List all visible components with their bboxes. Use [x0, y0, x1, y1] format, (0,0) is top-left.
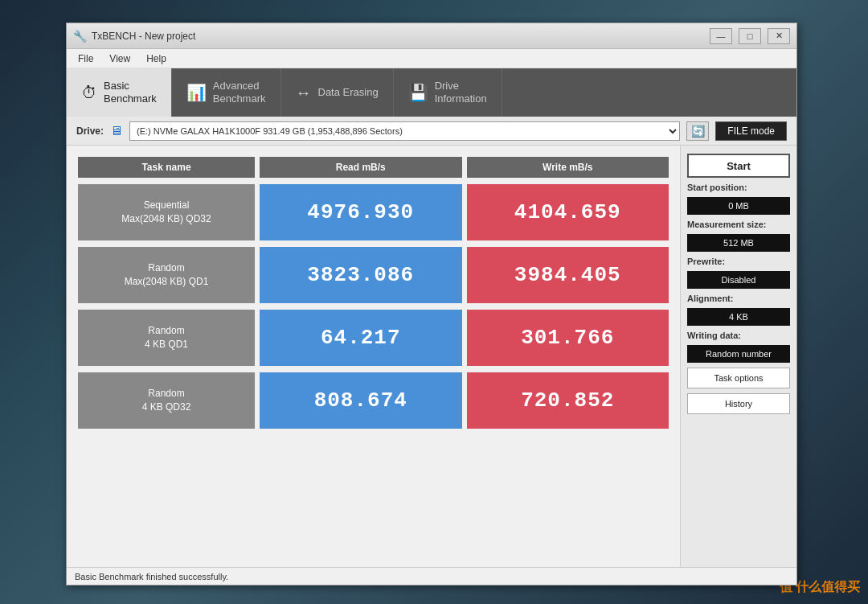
tab-basic-label: BasicBenchmark	[104, 80, 157, 105]
tab-erasing-icon: ↔	[296, 84, 312, 102]
measurement-size-label: Measurement size:	[687, 220, 790, 229]
menu-help[interactable]: Help	[138, 51, 174, 66]
app-icon: 🔧	[73, 30, 87, 43]
write-value-2: 301.766	[467, 310, 669, 366]
drive-refresh-button[interactable]: 🔄	[686, 121, 709, 141]
prewrite-label: Prewrite:	[687, 257, 790, 266]
results-area: Task name Read mB/s Write mB/s Sequentia…	[67, 146, 680, 567]
task-name-2: Random4 KB QD1	[78, 310, 255, 366]
tab-advanced-benchmark[interactable]: 📊 AdvancedBenchmark	[172, 68, 281, 117]
col-task-name: Task name	[78, 157, 255, 178]
menu-file[interactable]: File	[70, 51, 101, 66]
drive-label: Drive:	[76, 125, 104, 137]
tab-erasing-label: Data Erasing	[318, 86, 379, 99]
tab-drive-icon: 💾	[408, 83, 428, 102]
drive-icon: 🖥	[110, 124, 123, 138]
menu-view[interactable]: View	[101, 51, 138, 66]
result-row-1: RandomMax(2048 KB) QD1 3823.086 3984.405	[78, 247, 669, 303]
start-button[interactable]: Start	[687, 154, 790, 178]
maximize-button[interactable]: □	[739, 28, 761, 44]
writing-data-value: Random number	[687, 345, 790, 363]
result-row-3: Random4 KB QD32 808.674 720.852	[78, 372, 669, 429]
col-write: Write mB/s	[467, 157, 669, 178]
task-name-1: RandomMax(2048 KB) QD1	[78, 247, 255, 303]
start-position-value: 0 MB	[687, 197, 790, 215]
drive-select[interactable]: (E:) NVMe GALAX HA1K1000F 931.49 GB (1,9…	[129, 121, 680, 141]
write-value-1: 3984.405	[467, 247, 669, 303]
read-value-2: 64.217	[260, 310, 462, 366]
tab-advanced-label: AdvancedBenchmark	[213, 80, 266, 105]
alignment-value: 4 KB	[687, 308, 790, 326]
measurement-size-value: 512 MB	[687, 234, 790, 252]
window-title: TxBENCH - New project	[92, 31, 710, 42]
read-value-1: 3823.086	[260, 247, 462, 303]
main-window: 🔧 TxBENCH - New project — □ ✕ File View …	[66, 23, 797, 586]
menu-bar: File View Help	[67, 49, 796, 68]
window-controls: — □ ✕	[710, 28, 790, 44]
right-panel: Start Start position: 0 MB Measurement s…	[680, 146, 796, 567]
task-name-3: Random4 KB QD32	[78, 372, 255, 429]
col-read: Read mB/s	[260, 157, 462, 178]
minimize-button[interactable]: —	[710, 28, 732, 44]
drive-bar: Drive: 🖥 (E:) NVMe GALAX HA1K1000F 931.4…	[67, 117, 796, 146]
status-text: Basic Benchmark finished successfully.	[75, 572, 228, 581]
task-options-button[interactable]: Task options	[687, 368, 790, 388]
column-headers: Task name Read mB/s Write mB/s	[78, 157, 669, 178]
history-button[interactable]: History	[687, 393, 790, 414]
tab-basic-icon: ⏱	[81, 84, 97, 102]
task-name-0: SequentialMax(2048 KB) QD32	[78, 184, 255, 240]
read-value-3: 808.674	[260, 372, 462, 429]
main-content: Task name Read mB/s Write mB/s Sequentia…	[67, 146, 796, 567]
title-bar: 🔧 TxBENCH - New project — □ ✕	[67, 23, 796, 49]
tab-data-erasing[interactable]: ↔ Data Erasing	[281, 68, 394, 117]
tab-advanced-icon: 📊	[186, 83, 207, 102]
result-row-2: Random4 KB QD1 64.217 301.766	[78, 310, 669, 366]
prewrite-value: Disabled	[687, 271, 790, 289]
file-mode-button[interactable]: FILE mode	[715, 121, 787, 141]
tab-bar: ⏱ BasicBenchmark 📊 AdvancedBenchmark ↔ D…	[67, 68, 796, 117]
read-value-0: 4976.930	[260, 184, 462, 240]
write-value-0: 4104.659	[467, 184, 669, 240]
tab-drive-label: DriveInformation	[435, 80, 487, 105]
status-bar: Basic Benchmark finished successfully.	[67, 567, 796, 585]
start-position-label: Start position:	[687, 183, 790, 192]
write-value-3: 720.852	[467, 372, 669, 429]
writing-data-label: Writing data:	[687, 331, 790, 340]
close-button[interactable]: ✕	[768, 28, 790, 44]
result-row-0: SequentialMax(2048 KB) QD32 4976.930 410…	[78, 184, 669, 240]
alignment-label: Alignment:	[687, 294, 790, 303]
tab-basic-benchmark[interactable]: ⏱ BasicBenchmark	[67, 68, 172, 117]
tab-drive-information[interactable]: 💾 DriveInformation	[394, 68, 502, 117]
